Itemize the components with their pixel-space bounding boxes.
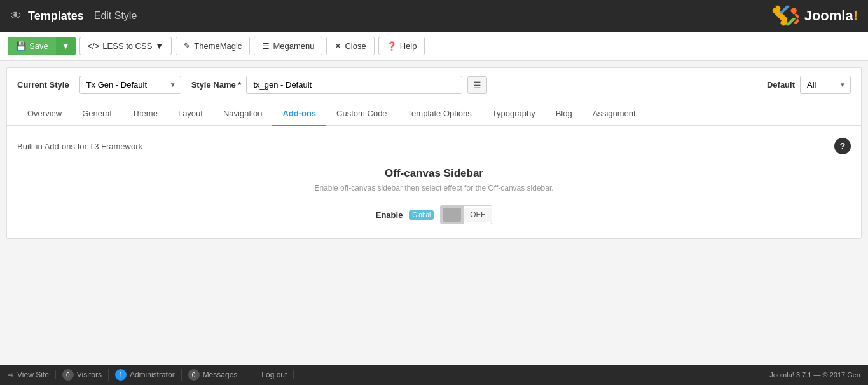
save-group: 💾 Save ▼ [8,37,76,55]
style-name-input[interactable] [246,76,462,94]
close-icon: ✕ [334,41,341,51]
save-button[interactable]: 💾 Save [8,37,56,55]
chevron-down-icon: ▼ [62,41,70,51]
content-area: Current Style Tx Gen - Default ▼ Style N… [6,67,862,239]
addon-info-bar: Built-in Add-ons for T3 Framework ? [17,133,851,159]
tab-content: Built-in Add-ons for T3 Framework ? Off-… [7,126,861,238]
tab-custom-code[interactable]: Custom Code [326,102,397,126]
less-to-css-button[interactable]: </> LESS to CSS ▼ [79,37,172,55]
theme-magic-button[interactable]: ✎ ThemeMagic [176,37,250,55]
offcanvas-section: Off-canvas Sidebar Enable off-canvas sid… [17,167,851,224]
less-icon: </> [88,41,100,51]
style-name-group: Style Name * ☰ [191,76,488,94]
toggle-track [441,206,464,224]
top-header: 👁 Templates Edit Style Joomla! [0,0,868,32]
global-badge: Global [409,210,434,220]
default-group: Default All ▼ [767,76,851,94]
style-name-label: Style Name * [191,80,242,90]
tab-addons[interactable]: Add-ons [272,102,326,126]
tab-assignment[interactable]: Assignment [582,102,646,126]
joomla-logo-svg [771,4,802,27]
style-name-copy-icon[interactable]: ☰ [467,76,487,94]
tabs-bar: OverviewGeneralThemeLayoutNavigationAdd-… [7,102,861,126]
header-subtitle: Edit Style [94,10,137,22]
tab-navigation[interactable]: Navigation [213,102,272,126]
toggle-handle [443,208,461,222]
joomla-logo: Joomla! [771,4,858,27]
section-title: Off-canvas Sidebar [17,167,851,180]
less-dropdown-icon: ▼ [155,41,163,51]
help-button[interactable]: ❓ Help [378,37,425,55]
toolbar: 💾 Save ▼ </> LESS to CSS ▼ ✎ ThemeMagic … [0,32,868,61]
tab-typography[interactable]: Typography [482,102,546,126]
tab-template-options[interactable]: Template Options [397,102,482,126]
style-row: Current Style Tx Gen - Default ▼ Style N… [7,68,861,102]
joomla-text: Joomla! [804,8,858,24]
current-style-select-wrapper: Tx Gen - Default ▼ [79,76,181,94]
toggle-off-label: OFF [464,208,492,222]
save-dropdown-button[interactable]: ▼ [56,37,76,55]
section-desc: Enable off-canvas sidebar then select ef… [17,184,851,192]
help-circle-icon[interactable]: ? [834,138,851,154]
tab-layout[interactable]: Layout [168,102,213,126]
default-select-wrapper: All ▼ [800,76,851,94]
save-icon: 💾 [16,41,26,51]
megamenu-icon: ☰ [262,41,270,51]
magic-icon: ✎ [184,41,191,51]
tab-general[interactable]: General [72,102,121,126]
tab-overview[interactable]: Overview [17,102,72,126]
addon-info-text: Built-in Add-ons for T3 Framework [17,142,142,151]
default-label: Default [767,80,795,90]
header-title: Templates [28,10,84,23]
eye-icon: 👁 [10,10,22,23]
tab-blog[interactable]: Blog [546,102,582,126]
default-select[interactable]: All [800,76,851,94]
megamenu-button[interactable]: ☰ Megamenu [254,37,322,55]
header-left: 👁 Templates Edit Style [10,10,137,23]
current-style-select[interactable]: Tx Gen - Default [79,76,181,94]
enable-row: Enable Global OFF [17,205,851,224]
help-icon: ❓ [387,41,397,51]
enable-label: Enable [376,210,403,220]
tab-theme[interactable]: Theme [121,102,167,126]
toggle-off-button[interactable]: OFF [440,205,492,224]
close-button[interactable]: ✕ Close [326,37,374,55]
current-style-label: Current Style [17,80,69,90]
